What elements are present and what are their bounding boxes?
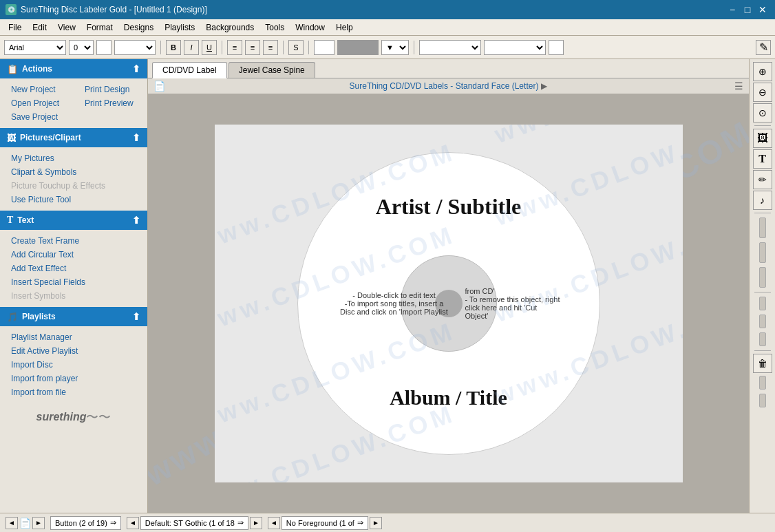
titlebar: 💿 SureThing Disc Labeler Gold - [Untitle…	[0, 0, 775, 19]
fill-color-button[interactable]	[314, 40, 335, 55]
print-preview-link[interactable]: Print Preview	[74, 96, 147, 110]
bold-button[interactable]: B	[166, 40, 181, 55]
statusbar: ◄ 📄 ► Button (2 of 19) ⇒ ◄ Default: ST G…	[0, 513, 775, 532]
use-picture-tool-link[interactable]: Use Picture Tool	[0, 193, 147, 206]
trash-right-button[interactable]: 🗑	[753, 354, 772, 373]
cd-album-title[interactable]: Album / Title	[390, 386, 507, 409]
pictures-upload-icon[interactable]: ⬆	[132, 132, 140, 143]
menu-format[interactable]: Format	[81, 21, 118, 34]
font-select[interactable]: Arial	[4, 40, 66, 55]
playlist-manager-link[interactable]: Playlist Manager	[0, 330, 147, 344]
toolbar: Arial 0 B I U ≡ ≡ ≡ S ▼ ✎	[0, 36, 775, 59]
separator-5	[414, 41, 414, 54]
menu-tools[interactable]: Tools	[259, 21, 290, 34]
actions-upload-icon[interactable]: ⬆	[132, 63, 140, 74]
style-select[interactable]	[114, 40, 156, 55]
print-design-link[interactable]: Print Design	[74, 83, 147, 96]
canvas-scroll[interactable]: www.CDLOW.COM · www.CDLOW.COM www.CDLOW.…	[148, 94, 749, 513]
add-circular-text-link[interactable]: Add Circular Text	[0, 248, 147, 262]
pictures-section: 🖼 Pictures/Clipart ⬆ My Pictures Clipart…	[0, 128, 147, 211]
right-sep-3	[754, 292, 771, 292]
cd-left-text[interactable]: - Double-click to edit text -To import s…	[339, 291, 449, 316]
page-prev-button[interactable]: ◄	[6, 517, 18, 529]
zoom-out-button[interactable]: ⊖	[753, 83, 772, 102]
text-upload-icon[interactable]: ⬆	[132, 215, 140, 226]
cd-disc[interactable]: Artist / Subtitle - Double-click to edit…	[297, 152, 600, 455]
save-project-link[interactable]: Save Project	[0, 110, 147, 124]
menu-edit[interactable]: Edit	[27, 21, 52, 34]
open-project-link[interactable]: Open Project	[0, 96, 74, 110]
import-disc-link[interactable]: Import Disc	[0, 358, 147, 372]
maximize-button[interactable]: □	[741, 3, 754, 17]
tab-jewel-case-spine[interactable]: Jewel Case Spine	[229, 62, 315, 78]
effect2-select[interactable]	[484, 40, 546, 55]
edit-active-playlist-link[interactable]: Edit Active Playlist	[0, 344, 147, 358]
actions-header[interactable]: 📋 Actions ⬆	[0, 59, 147, 78]
my-pictures-link[interactable]: My Pictures	[0, 151, 147, 165]
insert-symbols-link: Insert Symbols	[0, 289, 147, 303]
cd-right-text[interactable]: from CD' - To remove this object, right …	[465, 287, 562, 320]
strikethrough-button[interactable]: S	[288, 40, 304, 55]
line-color-button[interactable]	[337, 40, 379, 55]
clipart-symbols-link[interactable]: Clipart & Symbols	[0, 165, 147, 179]
playlists-icon: 🎵	[7, 312, 18, 322]
fg-forward-icon[interactable]: ⇒	[357, 518, 363, 527]
left-panel: 📋 Actions ⬆ New Project Print Design Ope…	[0, 59, 148, 513]
effect-select[interactable]	[419, 40, 481, 55]
zoom-fit-button[interactable]: ⊙	[753, 103, 772, 123]
insert-special-fields-link[interactable]: Insert Special Fields	[0, 275, 147, 289]
insert-picture-right-button[interactable]: 🖼	[753, 129, 772, 148]
text-icon: T	[7, 215, 13, 226]
cd-container: Artist / Subtitle - Double-click to edit…	[290, 145, 607, 462]
menu-designs[interactable]: Designs	[118, 21, 159, 34]
page-next-button[interactable]: ►	[32, 517, 45, 529]
right-bar-7	[759, 376, 766, 390]
underline-button[interactable]: U	[202, 40, 217, 55]
size-select[interactable]: 0	[69, 40, 94, 55]
new-project-link[interactable]: New Project	[0, 83, 74, 96]
canvas-settings-icon[interactable]: ☰	[734, 81, 743, 92]
align-right-button[interactable]: ≡	[263, 40, 278, 55]
menu-backgrounds[interactable]: Backgrounds	[200, 21, 259, 34]
menu-help[interactable]: Help	[330, 21, 359, 34]
font-next-button[interactable]: ►	[250, 517, 262, 529]
properties-button[interactable]: ✎	[756, 40, 771, 55]
import-from-file-link[interactable]: Import from file	[0, 385, 147, 399]
menu-playlists[interactable]: Playlists	[159, 21, 200, 34]
add-text-effect-link[interactable]: Add Text Effect	[0, 262, 147, 275]
align-left-button[interactable]: ≡	[227, 40, 242, 55]
minimize-button[interactable]: −	[725, 3, 739, 17]
cd-artist-subtitle[interactable]: Artist / Subtitle	[376, 194, 522, 220]
playlists-upload-icon[interactable]: ⬆	[132, 311, 140, 322]
menu-file[interactable]: File	[3, 21, 27, 34]
insert-text-right-button[interactable]: T	[753, 149, 772, 169]
fg-next-button[interactable]: ►	[370, 517, 382, 529]
line-style-select[interactable]: ▼	[381, 40, 409, 55]
zoom-in-button[interactable]: ⊕	[753, 62, 772, 81]
color-swatch-button[interactable]	[96, 40, 112, 55]
pictures-content: My Pictures Clipart & Symbols Picture To…	[0, 147, 147, 211]
page-nav: ◄ 📄 ►	[6, 517, 45, 529]
font-prev-button[interactable]: ◄	[127, 517, 139, 529]
button-forward-icon[interactable]: ⇒	[110, 518, 116, 527]
close-button[interactable]: ✕	[756, 3, 769, 17]
menu-view[interactable]: View	[52, 21, 81, 34]
page-icon[interactable]: 📄	[153, 81, 165, 92]
right-toolbar: ⊕ ⊖ ⊙ 🖼 T ✏ ♪ 🗑	[749, 59, 775, 513]
menu-window[interactable]: Window	[290, 21, 330, 34]
font-forward-icon[interactable]: ⇒	[237, 518, 244, 527]
playlists-header[interactable]: 🎵 Playlists ⬆	[0, 307, 147, 326]
fg-prev-button[interactable]: ◄	[268, 517, 280, 529]
align-center-button[interactable]: ≡	[245, 40, 260, 55]
create-text-frame-link[interactable]: Create Text Frame	[0, 234, 147, 248]
design-title-arrow[interactable]: ▶	[541, 81, 547, 91]
draw-right-button[interactable]: ✏	[753, 170, 772, 189]
import-from-player-link[interactable]: Import from player	[0, 372, 147, 385]
tab-bar: CD/DVD Label Jewel Case Spine	[148, 59, 749, 78]
text-header[interactable]: T Text ⬆	[0, 211, 147, 230]
pictures-header[interactable]: 🖼 Pictures/Clipart ⬆	[0, 128, 147, 147]
tab-cd-dvd-label[interactable]: CD/DVD Label	[152, 62, 227, 78]
bg-color-button[interactable]	[549, 40, 564, 55]
italic-button[interactable]: I	[184, 40, 199, 55]
music-right-button[interactable]: ♪	[753, 191, 772, 210]
